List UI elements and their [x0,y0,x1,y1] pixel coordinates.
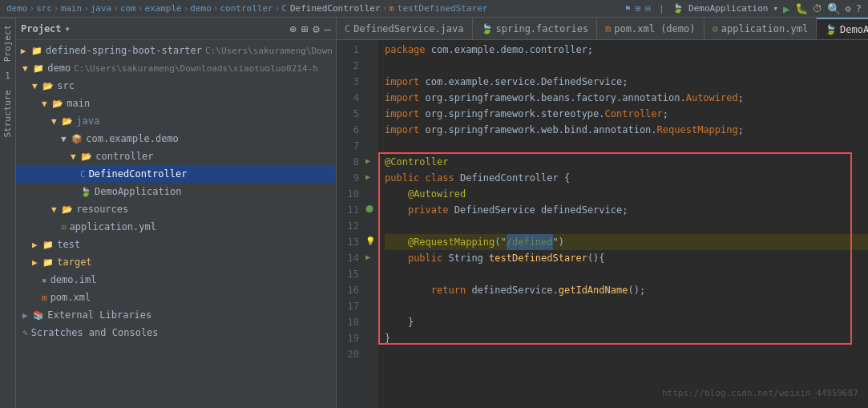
bc-test-method[interactable]: testDefinedStarer [398,3,488,14]
sep-right: | [659,3,664,14]
bc-java[interactable]: java [91,3,112,14]
token: Controller [605,106,663,122]
token: ; [738,90,744,106]
tab-structure[interactable]: Structure [1,83,14,144]
tree-item-demo-application[interactable]: 🍃 DemoApplication [16,183,336,200]
tree-item-demo-iml[interactable]: ▪ demo.iml [16,271,336,289]
token: @Autowired [408,186,466,202]
gutter-run-9[interactable]: ▶ [365,168,378,184]
token: /defined [507,234,553,250]
gutter-debug-11[interactable]: ⬤ [365,200,378,216]
folder-icon: ▼ 📁 [22,63,44,74]
code-content[interactable]: package com.example.demo.controller; imp… [378,40,868,408]
gutter-run-8[interactable]: ▶ [365,152,378,168]
run-icon[interactable]: ▶ [783,2,789,15]
item-label: defined-spring-boot-starter [46,45,202,56]
folder-icon: ▼ 📂 [32,81,54,91]
tree-item-package[interactable]: ▼ 📦 com.example.demo [16,130,336,147]
more-actions-icon[interactable]: 🔍 [827,2,841,15]
code-line-3: import com.example.service.DefinedServic… [385,74,868,90]
gutter-run-14[interactable]: ▶ [365,248,378,265]
run-config-icon[interactable]: ▾ [773,3,778,14]
gutter-line-5 [365,104,378,120]
bc-demo2[interactable]: demo [190,3,212,14]
code-line-18: } [385,314,868,330]
library-icon: ▶ 📚 [22,310,44,321]
gutter-line-7 [365,136,378,152]
token: import [385,106,426,122]
token: org.springframework.beans.factory.annota… [426,90,686,106]
tree-item-test[interactable]: ▶ 📁 test [16,236,336,253]
item-label: pom.xml [50,292,91,303]
tree-item-controller[interactable]: ▼ 📂 controller [16,147,336,165]
code-editor: 12345 678910 1112131415 1617181920 ▶ ▶ ⬤ [337,40,868,408]
tab-application-yml[interactable]: ⚙ application.yml [704,18,818,40]
token: (){ [587,250,605,266]
bc-demo[interactable]: demo [6,3,28,14]
gutter-line-2 [365,56,378,72]
help-icon[interactable]: ? [856,3,862,14]
gear-icon[interactable]: ⚙ [313,22,319,35]
settings-icon[interactable]: ⊟ [645,3,651,14]
xml-icon: m [42,293,47,303]
tab-project[interactable]: Project [1,18,14,68]
token: getIdAndName [559,282,628,298]
tree-item-java[interactable]: ▼ 📂 java [16,112,336,130]
tab-label: application.yml [721,23,808,34]
tab-spring-factories[interactable]: 🍃 spring.factories [473,18,598,40]
bc-controller[interactable]: controller [220,3,273,14]
navigate-icon[interactable]: ⚑ [625,3,631,14]
tree-item-demo[interactable]: ▼ 📁 demo C:\Users\sakurameng\Downloads\x… [16,59,336,77]
collapse-all-icon[interactable]: ⊞ [301,22,308,35]
sidebar-header: Project ▾ ⊕ ⊞ ⚙ — [16,18,336,40]
code-line-15 [385,266,868,282]
item-label: test [57,239,80,250]
version-control-icon[interactable]: ⚙ [846,3,851,14]
tab-label: pom.xml (demo) [614,23,695,34]
tree-item-resources[interactable]: ▼ 📂 resources [16,200,336,218]
bc-main[interactable]: main [61,3,83,14]
tree-item-defined-controller[interactable]: C DefinedController [16,165,336,183]
profile-icon[interactable]: ⏱ [813,3,822,14]
tab-defined-service[interactable]: C DefinedService.java [337,18,473,40]
token: package [385,42,431,58]
debug-icon[interactable]: 🐛 [795,2,808,14]
tree-item-pom-xml[interactable]: m pom.xml [16,289,336,306]
item-label: java [76,115,99,127]
package-icon: ▼ 📦 [61,134,83,144]
gutter-bulb-13[interactable]: 💡 [365,232,378,248]
item-label: Scratches and Consoles [31,327,159,338]
tree-item-external-libraries[interactable]: ▶ 📚 External Libraries [16,306,336,324]
yaml-icon: ⚙ [61,222,67,232]
iml-icon: ▪ [42,275,47,285]
folder-icon: ▼ 📂 [51,116,73,127]
sidebar-header-icons: ⊕ ⊞ ⚙ — [289,22,331,35]
bc-defined-controller[interactable]: DefinedController [290,3,381,14]
chevron-down-icon[interactable]: ▾ [65,23,71,34]
tree-item-application-yml[interactable]: ⚙ application.yml [16,218,336,236]
token: com.example.demo.controller; [431,42,593,58]
sep6: › [184,3,189,14]
demo-app-label[interactable]: 🍃 DemoApplication [672,3,769,14]
bc-com[interactable]: com [120,3,136,14]
code-line-2 [385,58,868,74]
tab-pom-xml[interactable]: m pom.xml (demo) [597,18,704,40]
tab-1[interactable]: 1 [3,68,11,83]
tree-item-main[interactable]: ▼ 📂 main [16,95,336,112]
code-line-13: @RequestMapping("/defined") [385,234,868,250]
tree-item-defined-spring-boot-starter[interactable]: ▶ 📁 defined-spring-boot-starter C:\Users… [16,42,336,59]
tab-demo-application[interactable]: 🍃 DemoApplication.java [817,18,868,40]
bookmark-icon[interactable]: ⊞ [636,3,641,14]
tree-item-src[interactable]: ▼ 📂 src [16,77,336,95]
tree-item-target[interactable]: ▶ 📁 target [16,253,336,271]
bc-example[interactable]: example [144,3,181,14]
token [385,186,408,202]
line-numbers: 12345 678910 1112131415 1617181920 [337,40,365,408]
bc-src[interactable]: src [36,3,52,14]
token: import [385,90,426,106]
token: com.example.service.DefinedService; [426,74,628,90]
locate-icon[interactable]: ⊕ [289,22,296,35]
gutter-line-6 [365,120,378,136]
minimize-icon[interactable]: — [325,22,331,35]
tree-item-scratches[interactable]: ✎ Scratches and Consoles [16,324,336,341]
